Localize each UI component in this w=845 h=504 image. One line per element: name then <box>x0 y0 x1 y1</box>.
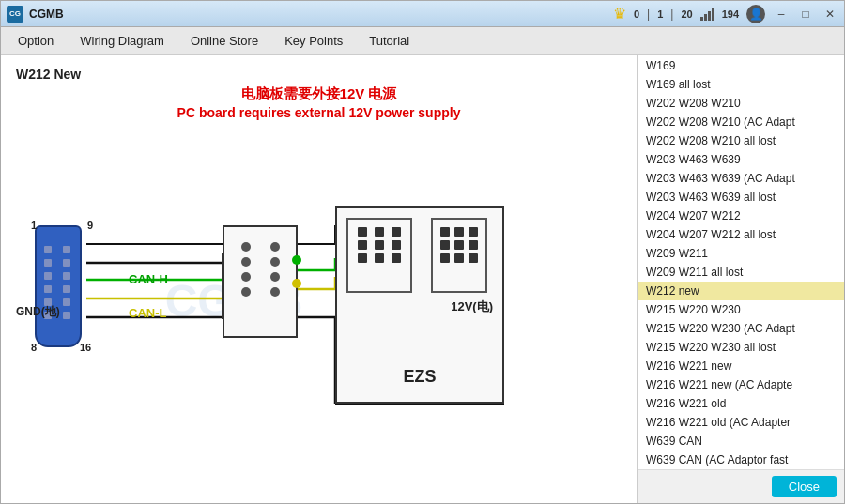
list-item[interactable]: W203 W463 W639 (AC Adapt <box>638 169 844 188</box>
maximize-button[interactable]: □ <box>797 6 814 23</box>
list-item[interactable]: W209 W211 all lost <box>638 263 844 282</box>
sidebar-footer: Close <box>638 469 844 503</box>
list-item[interactable]: W215 W220 W230 all lost <box>638 338 844 357</box>
signal-bars-icon <box>700 8 714 21</box>
list-item[interactable]: W215 W220 W230 (AC Adapt <box>638 319 844 338</box>
list-item[interactable]: W216 W221 old <box>638 394 844 413</box>
list-item[interactable]: W216 W221 old (AC Adapter <box>638 413 844 432</box>
list-item[interactable]: W202 W208 W210 <box>638 94 844 113</box>
signal-count: 20 <box>681 8 692 20</box>
ezs-inner-connector-2 <box>431 218 487 293</box>
ezs-box: EZS 12V(电) <box>335 206 504 404</box>
close-button[interactable]: Close <box>772 476 837 497</box>
list-item[interactable]: W639 CAN <box>638 432 844 451</box>
diagram-title: W212 New <box>16 67 622 82</box>
app-title: CGMB <box>29 8 64 21</box>
list-item[interactable]: W203 W463 W639 all lost <box>638 188 844 206</box>
list-item[interactable]: W204 W207 W212 all lost <box>638 225 844 244</box>
sidebar-list[interactable]: W164 old without gateway fcW166 W246W169… <box>638 55 844 469</box>
menu-key-points[interactable]: Key Points <box>271 30 356 52</box>
menu-tutorial[interactable]: Tutorial <box>356 30 422 52</box>
ezs-label: EZS <box>403 367 436 387</box>
list-item[interactable]: W202 W208 W210 (AC Adapt <box>638 113 844 131</box>
pin-8-label: 8 <box>31 342 37 353</box>
gnd-label: GND(地) <box>16 304 60 320</box>
title-bar-right: ♛ 0 | 1 | 20 194 👤 – □ ✕ <box>613 5 838 23</box>
separator2: | <box>670 8 673 21</box>
list-item[interactable]: W639 CAN (AC Adaptor fast <box>638 451 844 469</box>
list-item[interactable]: W216 W221 new <box>638 357 844 375</box>
sidebar: W164 old without gateway fcW166 W246W169… <box>638 55 844 503</box>
network-count: 194 <box>722 8 739 20</box>
main-panel: W212 New 电脑板需要外接12V 电源 PC board requires… <box>1 55 638 503</box>
junction-box <box>223 225 298 338</box>
canh-label: CAN-H <box>129 272 168 286</box>
diagram-area: CGMB <box>16 131 561 469</box>
v12-label: 12V(电) <box>451 298 493 315</box>
diagram-subtitle-en: PC board requires external 12V power sup… <box>16 105 622 120</box>
menu-online-store[interactable]: Online Store <box>177 30 271 52</box>
minimize-button[interactable]: – <box>773 6 790 23</box>
obd-connector <box>35 216 91 347</box>
title-bar: CG CGMB ♛ 0 | 1 | 20 194 👤 – □ ✕ <box>1 1 844 27</box>
list-item[interactable]: W169 all lost <box>638 75 844 94</box>
list-item[interactable]: W209 W211 <box>638 244 844 263</box>
menu-option[interactable]: Option <box>5 30 67 52</box>
list-item[interactable]: W203 W463 W639 <box>638 150 844 169</box>
ezs-inner-connector-1 <box>346 218 412 293</box>
list-item[interactable]: W215 W220 W230 <box>638 300 844 319</box>
main-window: CG CGMB ♛ 0 | 1 | 20 194 👤 – □ ✕ <box>0 0 845 504</box>
list-item[interactable]: W212 new <box>638 282 844 300</box>
list-item[interactable]: W216 W221 new (AC Adapte <box>638 375 844 394</box>
list-item[interactable]: W169 <box>638 56 844 75</box>
diamond-count: 1 <box>657 8 663 20</box>
list-item[interactable]: W202 W208 W210 all lost <box>638 131 844 150</box>
pin-16-label: 16 <box>80 342 91 353</box>
content-area: W212 New 电脑板需要外接12V 电源 PC board requires… <box>1 55 844 503</box>
menu-wiring-diagram[interactable]: Wiring Diagram <box>67 30 177 52</box>
pin-1-label: 1 <box>31 220 37 231</box>
app-logo: CG <box>7 6 23 23</box>
obd-body <box>35 225 82 347</box>
junction-dot-yellow <box>292 279 301 288</box>
crown-icon: ♛ <box>613 5 626 23</box>
list-item[interactable]: W204 W207 W212 <box>638 206 844 225</box>
diagram-subtitle-cn: 电脑板需要外接12V 电源 <box>16 85 622 103</box>
window-close-button[interactable]: ✕ <box>822 6 838 23</box>
pin-9-label: 9 <box>87 220 93 231</box>
menu-bar: Option Wiring Diagram Online Store Key P… <box>1 27 844 55</box>
user-icon[interactable]: 👤 <box>746 5 765 23</box>
coin-count: 0 <box>634 8 639 20</box>
separator1: | <box>647 8 650 21</box>
junction-dot-green <box>292 255 301 265</box>
canl-label: CAN-L <box>129 306 166 320</box>
title-bar-left: CG CGMB <box>7 6 613 23</box>
